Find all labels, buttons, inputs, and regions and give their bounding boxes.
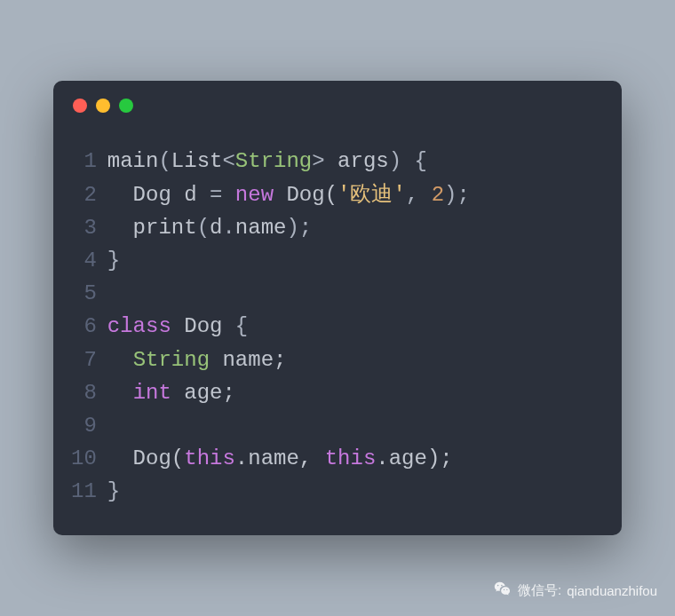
code-token: this [184,446,235,470]
close-icon[interactable] [73,99,87,113]
code-token: < [222,149,234,173]
code-token: String [235,149,312,173]
wechat-icon [493,580,512,602]
code-token: .age); [376,446,452,470]
code-token: > [312,149,324,173]
code-token: } [107,249,120,272]
maximize-icon[interactable] [119,99,133,113]
code-token: age; [171,381,235,405]
code-token: print [107,216,197,240]
code-token [107,381,133,405]
code-token: main [107,149,159,173]
code-token: args [325,149,389,173]
watermark-value: qianduanzhifou [567,583,657,598]
code-token: , [406,183,432,207]
code-token: Dog( [274,183,338,207]
code-token: Dog [171,314,235,338]
line-number-gutter: 1 2 3 4 5 6 7 8 9 10 11 [71,145,107,508]
code-token: int [133,381,171,405]
window-titlebar [53,81,622,123]
code-token: List [171,149,223,173]
code-token: name; [210,348,286,372]
code-token: '欧迪' [338,183,406,207]
code-token: new [235,183,274,207]
code-token: .name, [235,446,325,470]
code-token: . [222,216,234,240]
code-token: Dog d [107,183,210,207]
code-token: ( [158,149,171,173]
code-token: { [235,314,248,338]
code-token: class [107,314,171,338]
code-token: ); [444,183,470,207]
code-token: name [235,216,287,240]
code-area: 1 2 3 4 5 6 7 8 9 10 11 main(List<String… [53,123,622,534]
code-token: d [210,216,222,240]
code-content: main(List<String> args) { Dog d = new Do… [107,145,470,508]
code-token: this [325,446,377,470]
watermark-label: 微信号: [518,582,561,599]
code-token: 2 [432,183,444,207]
watermark: 微信号: qianduanzhifou [493,580,657,602]
code-token [107,348,133,372]
code-token: ) { [389,149,427,173]
code-token [222,183,234,207]
code-token: ); [286,216,312,240]
code-token: = [210,183,222,207]
code-token: String [133,348,210,372]
code-token: } [107,479,120,503]
code-token: Dog( [107,446,184,470]
minimize-icon[interactable] [96,99,110,113]
code-token: ( [197,216,210,240]
code-window: 1 2 3 4 5 6 7 8 9 10 11 main(List<String… [53,81,622,534]
